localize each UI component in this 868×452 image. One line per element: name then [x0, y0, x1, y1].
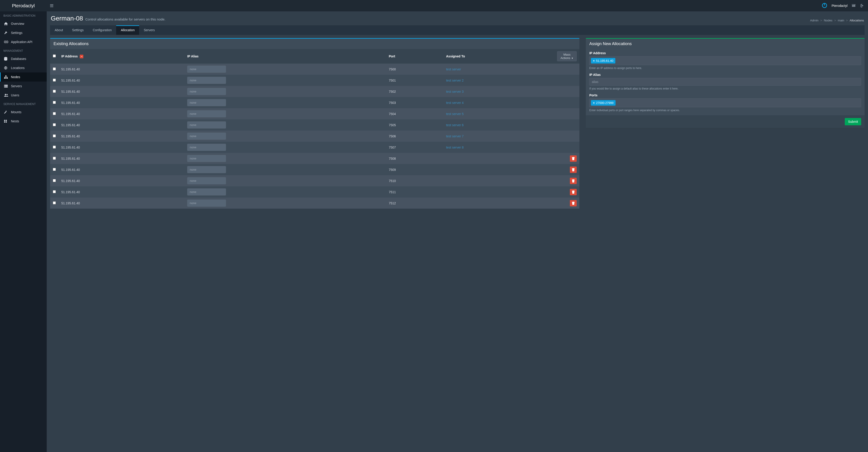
node-tabs: AboutSettingsConfigurationAllocationServ… [50, 25, 865, 35]
brand-logo[interactable]: Pterodactyl [0, 0, 47, 11]
sidebar-item-label: Locations [11, 66, 25, 70]
sign-out-icon[interactable] [860, 4, 863, 7]
row-checkbox[interactable] [53, 67, 56, 70]
header-remove-badge-icon[interactable]: − [80, 55, 83, 58]
power-icon[interactable] [822, 3, 827, 9]
sidebar-item-nests[interactable]: Nests [0, 117, 47, 126]
ip-address-input[interactable]: × 51.195.61.40 [589, 56, 861, 65]
assigned-server-link[interactable]: test server 6 [446, 123, 464, 127]
breadcrumb-main[interactable]: main [838, 19, 844, 22]
row-checkbox[interactable] [53, 157, 56, 160]
select-all-checkbox[interactable] [53, 55, 56, 57]
submit-button[interactable]: Submit [845, 118, 861, 125]
delete-allocation-button[interactable] [570, 178, 577, 184]
sidebar-item-settings[interactable]: Settings [0, 28, 47, 37]
delete-allocation-button[interactable] [570, 155, 577, 162]
tab-allocation[interactable]: Allocation [116, 25, 139, 35]
allocations-table: IP Address − IP Alias Port Assigned To M… [50, 49, 580, 209]
link-icon [4, 41, 8, 43]
tab-about[interactable]: About [50, 25, 68, 35]
row-port: 7501 [386, 75, 443, 86]
tab-configuration[interactable]: Configuration [88, 25, 116, 35]
sidebar-item-label: Databases [11, 57, 26, 61]
breadcrumb-separator: > [834, 19, 836, 22]
svg-point-12 [5, 87, 5, 87]
row-checkbox[interactable] [53, 112, 56, 115]
grid-icon [4, 120, 8, 123]
row-alias-input[interactable] [187, 132, 226, 140]
breadcrumb-admin[interactable]: Admin [810, 19, 818, 22]
assigned-server-link[interactable]: test server 7 [446, 134, 464, 138]
sidebar-item-overview[interactable]: Overview [0, 19, 47, 28]
row-checkbox[interactable] [53, 179, 56, 182]
ports-tag-value: 27000-27999 [596, 101, 614, 104]
existing-allocations-title: Existing Allocations [50, 39, 580, 49]
ports-tag[interactable]: × 27000-27999 [591, 100, 615, 106]
row-alias-input[interactable] [187, 88, 226, 95]
globe-icon [4, 66, 8, 69]
delete-allocation-button[interactable] [570, 200, 577, 206]
sidebar-item-application-api[interactable]: Application API [0, 37, 47, 47]
row-alias-input[interactable] [187, 188, 226, 195]
row-checkbox[interactable] [53, 134, 56, 138]
row-alias-input[interactable] [187, 110, 226, 117]
row-alias-input[interactable] [187, 77, 226, 84]
row-checkbox[interactable] [53, 168, 56, 171]
mass-actions-dropdown[interactable]: Mass Actions▼ [557, 51, 577, 61]
sidebar-toggle-button[interactable] [47, 4, 57, 7]
row-port: 7502 [386, 86, 443, 97]
ip-tag[interactable]: × 51.195.61.40 [591, 58, 615, 64]
delete-allocation-button[interactable] [570, 189, 577, 195]
row-alias-input[interactable] [187, 155, 226, 162]
row-checkbox[interactable] [53, 202, 56, 204]
assign-allocations-title: Assign New Allocations [586, 39, 865, 49]
topnav-username[interactable]: Pterodactyl [832, 4, 847, 7]
remove-tag-icon[interactable]: × [593, 59, 595, 62]
row-alias-input[interactable] [187, 66, 226, 73]
barcode-icon[interactable] [852, 4, 855, 7]
existing-allocations-panel: Existing Allocations IP Address − [50, 38, 580, 209]
allocation-row: 51.195.61.407510 [50, 175, 580, 186]
sidebar-item-nodes[interactable]: Nodes [0, 72, 47, 82]
row-ip: 51.195.61.40 [59, 142, 185, 153]
row-checkbox[interactable] [53, 90, 56, 93]
row-ip: 51.195.61.40 [59, 64, 185, 75]
assigned-server-link[interactable]: test server 4 [446, 101, 464, 104]
sidebar: BASIC ADMINISTRATIONOverviewSettingsAppl… [0, 11, 47, 452]
tab-servers[interactable]: Servers [139, 25, 159, 35]
assigned-server-link[interactable]: test server 3 [446, 90, 464, 93]
row-alias-input[interactable] [187, 121, 226, 128]
ip-alias-input[interactable] [589, 78, 861, 86]
row-ip: 51.195.61.40 [59, 75, 185, 86]
assigned-server-link[interactable]: test server 5 [446, 112, 464, 116]
sidebar-item-label: Settings [11, 31, 23, 35]
sidebar-item-mounts[interactable]: Mounts [0, 108, 47, 117]
assigned-server-link[interactable]: test server 2 [446, 79, 464, 82]
sidebar-item-databases[interactable]: Databases [0, 54, 47, 63]
row-alias-input[interactable] [187, 177, 226, 184]
breadcrumb-nodes[interactable]: Nodes [824, 19, 833, 22]
row-checkbox[interactable] [53, 190, 56, 193]
tab-settings[interactable]: Settings [68, 25, 88, 35]
sidebar-item-users[interactable]: Users [0, 91, 47, 100]
row-alias-input[interactable] [187, 144, 226, 151]
sidebar-item-servers[interactable]: Servers [0, 82, 47, 91]
sidebar-item-locations[interactable]: Locations [0, 63, 47, 72]
assigned-empty [443, 186, 554, 198]
assigned-server-link[interactable]: test server 8 [446, 146, 464, 149]
row-alias-input[interactable] [187, 166, 226, 173]
main-content: German-08 Control allocations available … [47, 11, 868, 452]
assigned-server-link[interactable]: test server [446, 67, 461, 71]
row-checkbox[interactable] [53, 101, 56, 104]
row-checkbox[interactable] [53, 146, 56, 149]
ports-input[interactable]: × 27000-27999 [589, 98, 861, 107]
breadcrumb-separator: > [820, 19, 822, 22]
row-alias-input[interactable] [187, 99, 226, 106]
row-checkbox[interactable] [53, 79, 56, 82]
delete-allocation-button[interactable] [570, 167, 577, 173]
row-alias-input[interactable] [187, 200, 226, 207]
row-checkbox[interactable] [53, 123, 56, 126]
row-port: 7512 [386, 198, 443, 209]
row-ip: 51.195.61.40 [59, 175, 185, 186]
remove-tag-icon[interactable]: × [593, 101, 595, 104]
